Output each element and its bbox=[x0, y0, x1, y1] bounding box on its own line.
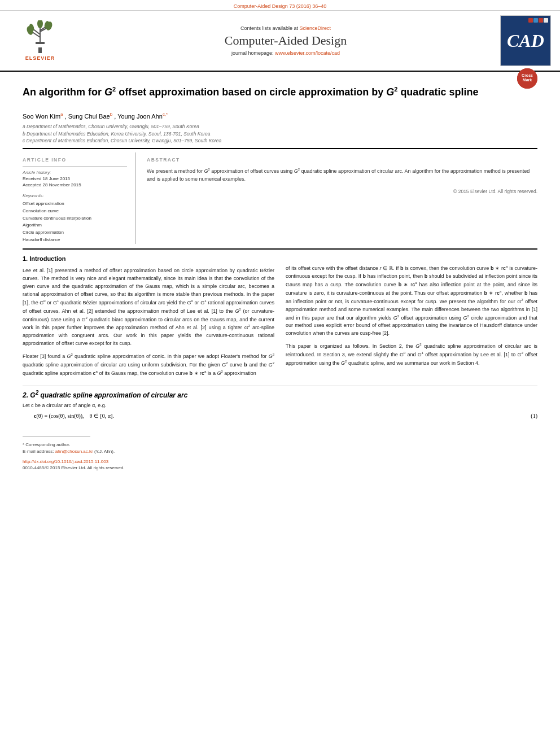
top-bar: Computer-Aided Design 73 (2016) 36–40 bbox=[0, 0, 560, 11]
accepted-date: Accepted 28 November 2015 bbox=[23, 182, 127, 187]
crossmark-icon: Cross Mark bbox=[517, 68, 537, 89]
section2-heading: 2. G2 quadratic spline approximation of … bbox=[23, 390, 537, 399]
doi-link[interactable]: http://dx.doi.org/10.1016/j.cad.2015.11.… bbox=[23, 459, 108, 464]
content-columns: 1. Introduction Lee et al. [1] presented… bbox=[23, 254, 537, 382]
intro-para2: Floater [3] found a G2 quadratic spline … bbox=[23, 352, 274, 378]
issn-section: 0010-4485/© 2015 Elsevier Ltd. All right… bbox=[0, 464, 560, 471]
copyright: © 2015 Elsevier Ltd. All rights reserved… bbox=[147, 189, 537, 194]
col-left: 1. Introduction Lee et al. [1] presented… bbox=[23, 254, 274, 382]
equation1: c(θ) = (cos(θ), sin(θ)), θ ∈ [0, α]. (1) bbox=[34, 413, 537, 419]
svg-rect-1 bbox=[36, 42, 45, 44]
paper-title: An algorithm for G2 offset approximation… bbox=[23, 85, 517, 99]
journal-title: Computer-Aided Design bbox=[77, 33, 495, 48]
right-para2: This paper is organized as follows. In S… bbox=[286, 342, 537, 368]
svg-point-11 bbox=[37, 20, 43, 28]
section2-divider bbox=[23, 386, 537, 386]
keyword-4: Algorithm bbox=[23, 222, 127, 229]
history-label: Article history: bbox=[23, 170, 127, 175]
section2-intro: Let c be a circular arc of angle α, e.g. bbox=[23, 403, 537, 408]
issn-text: 0010-4485/© 2015 Elsevier Ltd. All right… bbox=[23, 465, 125, 470]
header-divider bbox=[23, 148, 537, 149]
keyword-1: Offset approximation bbox=[23, 200, 127, 208]
author1: Soo Won Kim bbox=[23, 113, 60, 120]
section2: 2. G2 quadratic spline approximation of … bbox=[23, 390, 537, 419]
right-para1: of its offset curve with the offset dist… bbox=[286, 264, 537, 338]
received-date: Received 18 June 2015 bbox=[23, 176, 127, 181]
keyword-2: Convolution curve bbox=[23, 208, 127, 215]
keyword-5: Circle approximation bbox=[23, 229, 127, 237]
crossmark: Cross Mark bbox=[517, 68, 537, 89]
affil-a: a Department of Mathematics, Chosun Univ… bbox=[23, 123, 537, 130]
keyword-3: Curvature continuous interpolation bbox=[23, 215, 127, 222]
header-center: Contents lists available at ScienceDirec… bbox=[77, 25, 495, 56]
intro-para1: Lee et al. [1] presented a method of off… bbox=[23, 267, 274, 348]
keywords-label: Keywords: bbox=[23, 193, 127, 198]
cad-logo: CAD bbox=[500, 15, 551, 66]
footnote-area: * Corresponding author. E-mail address: … bbox=[0, 436, 560, 471]
homepage-text: journal homepage: bbox=[231, 50, 274, 56]
email-suffix: (Y.J. Ahn). bbox=[94, 449, 115, 454]
section1-title: Introduction bbox=[29, 255, 65, 262]
email-label: E-mail address: bbox=[23, 449, 54, 454]
svg-rect-0 bbox=[38, 47, 42, 53]
author2: , Sung Chul Bae bbox=[65, 113, 110, 120]
svg-text:Cross: Cross bbox=[522, 73, 533, 77]
keywords-list: Offset approximation Convolution curve C… bbox=[23, 200, 127, 244]
eq1-text: c(θ) = (cos(θ), sin(θ)), θ ∈ [0, α]. bbox=[34, 413, 114, 419]
contents-text: Contents lists available at bbox=[240, 25, 298, 31]
paper-section: An algorithm for G2 offset approximation… bbox=[0, 72, 560, 145]
cad-logo-text: CAD bbox=[507, 30, 544, 51]
homepage-url[interactable]: www.elsevier.com/locate/cad bbox=[275, 50, 340, 56]
body-divider bbox=[23, 248, 537, 250]
elsevier-text: ELSEVIER bbox=[25, 55, 55, 61]
elsevier-tree-icon bbox=[18, 20, 63, 54]
email-link[interactable]: ahn@chosun.ac.kr bbox=[55, 449, 94, 454]
section1-heading: 1. Introduction bbox=[23, 254, 274, 264]
article-body: ARTICLE INFO Article history: Received 1… bbox=[0, 152, 560, 244]
affil-b: b Department of Mathematics Education, K… bbox=[23, 130, 537, 138]
doi-section: http://dx.doi.org/10.1016/j.cad.2015.11.… bbox=[0, 456, 560, 464]
affiliations: a Department of Mathematics, Chosun Univ… bbox=[23, 123, 537, 145]
affil-c: c Department of Mathematics Education, C… bbox=[23, 137, 537, 145]
article-info-label: ARTICLE INFO bbox=[23, 157, 127, 163]
abstract-label: ABSTRACT bbox=[147, 157, 537, 163]
author3: , Young Joon Ahn bbox=[114, 113, 163, 120]
footnote-divider bbox=[23, 436, 90, 436]
author1-sup: a bbox=[60, 112, 63, 117]
abstract-text: We present a method for G2 approximation… bbox=[147, 167, 537, 183]
science-direct-link[interactable]: ScienceDirect bbox=[300, 25, 331, 31]
section1-num: 1. bbox=[23, 255, 29, 262]
main-content: 1. Introduction Lee et al. [1] presented… bbox=[0, 254, 560, 419]
keyword-6: Hausdorff distance bbox=[23, 237, 127, 244]
eq1-number: (1) bbox=[531, 413, 537, 419]
elsevier-logo: ELSEVIER bbox=[9, 20, 71, 61]
journal-homepage-line: journal homepage: www.elsevier.com/locat… bbox=[77, 50, 495, 56]
footnote-star: * Corresponding author. bbox=[23, 442, 537, 447]
top-bar-text: Computer-Aided Design 73 (2016) 36–40 bbox=[234, 3, 327, 9]
footnotes: * Corresponding author. E-mail address: … bbox=[23, 439, 537, 454]
col-right: of its offset curve with the offset dist… bbox=[286, 254, 537, 382]
abstract-panel: ABSTRACT We present a method for G2 appr… bbox=[135, 152, 537, 244]
science-direct-line: Contents lists available at ScienceDirec… bbox=[77, 25, 495, 31]
author2-sup: b bbox=[110, 112, 112, 117]
authors-line: Soo Won Kima , Sung Chul Baeb , Young Jo… bbox=[23, 112, 537, 120]
author3-sup: c,* bbox=[163, 112, 168, 117]
footnote-email: E-mail address: ahn@chosun.ac.kr (Y.J. A… bbox=[23, 449, 537, 454]
svg-text:Mark: Mark bbox=[523, 78, 532, 82]
header: ELSEVIER Contents lists available at Sci… bbox=[0, 11, 560, 72]
article-info-panel: ARTICLE INFO Article history: Received 1… bbox=[23, 152, 135, 244]
